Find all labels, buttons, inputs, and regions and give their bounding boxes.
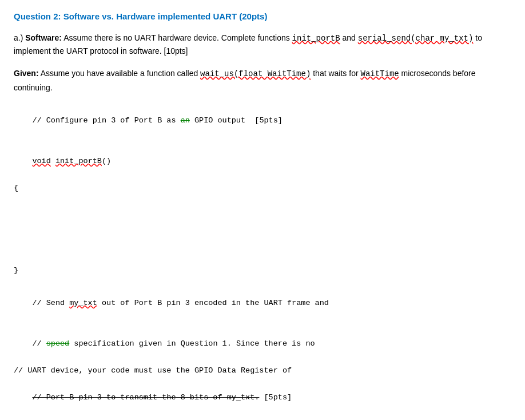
section-a-text1: Assume there is no UART hardware device.… [62, 33, 292, 42]
speed-strikethrough: speed [46, 339, 70, 348]
code-empty-space [14, 195, 511, 264]
code-comment2-text: // Send [32, 299, 69, 307]
given-line1: Given: Assume you have available a funct… [14, 67, 511, 95]
init-portB-inline: init_portB [292, 34, 340, 43]
code-block-2: // Send my_txt out of Port B pin 3 encod… [14, 283, 511, 420]
code-comment-send-line1: // Send my_txt out of Port B pin 3 encod… [14, 283, 511, 323]
code-void-serial-line: void serial_send(char my_txt) [14, 418, 511, 420]
code-comment3a-text: // [32, 339, 46, 348]
code-comment1-text: // Configure pin 3 of Port B as [32, 116, 180, 125]
code-comment3b-text: specification given in Question 1. Since… [69, 339, 315, 348]
code-block-1: // Configure pin 3 of Port B as an GPIO … [14, 100, 511, 277]
section-a-bold: Software: [25, 33, 62, 42]
code-comment-portb-line: // Port B pin 3 to transmit the 8-bits o… [14, 378, 511, 418]
code-comment5b: [5pts] [259, 393, 292, 402]
code-void-init-line: void init_portB() [14, 141, 511, 181]
code-comment-speed-line: // speed specification given in Question… [14, 323, 511, 364]
given-text1: Assume you have available a function cal… [39, 69, 201, 78]
given-section: Given: Assume you have available a funct… [14, 67, 511, 95]
code-brace-close1: } [14, 264, 511, 278]
question-title: Question 2: Software vs. Hardware implem… [14, 11, 511, 21]
code-paren1: () [102, 157, 111, 165]
serial-send-inline: serial_send(char my_txt) [358, 34, 474, 43]
code-space1 [51, 157, 55, 165]
code-as-strikethrough: an [181, 116, 190, 125]
section-a-label: a.) [14, 33, 25, 42]
section-a-text2: and [343, 33, 358, 42]
code-comment-uart-line: // UART device, your code must use the G… [14, 364, 511, 378]
wait-us-inline: wait_us(float WaitTime) [200, 69, 311, 78]
my-txt-comment-inline: my_txt [69, 299, 97, 307]
given-text2: that waits for [311, 69, 360, 78]
code-comment2b-text: out of Port B pin 3 encoded in the UART … [97, 299, 329, 307]
comment-strike-text: // Port B pin 3 to transmit the 8-bits o… [32, 393, 259, 402]
code-brace-open1: { [14, 181, 511, 195]
code-comment1b-text: GPIO output [5pts] [190, 116, 283, 125]
init-portB-fn: init_portB [55, 157, 102, 165]
section-a-line1: a.) Software: Assume there is no UART ha… [14, 31, 511, 58]
wait-time-inline: WaitTime [360, 69, 399, 78]
void-keyword-1: void [32, 157, 50, 165]
code-comment-configure: // Configure pin 3 of Port B as an GPIO … [14, 100, 511, 141]
section-a-paragraph: a.) Software: Assume there is no UART ha… [14, 31, 511, 58]
given-label: Given: [14, 69, 39, 78]
